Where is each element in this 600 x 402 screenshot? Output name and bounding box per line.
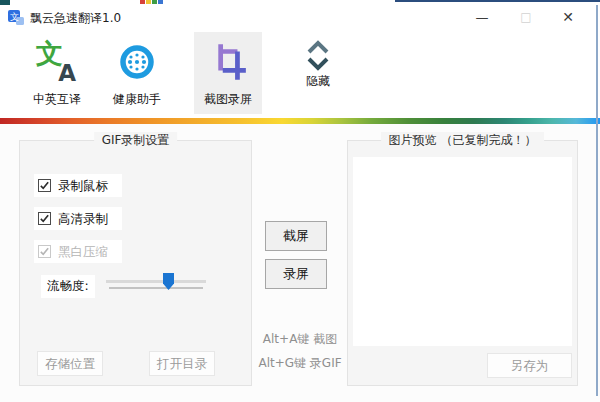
translate-icon: 文 A [35, 39, 79, 85]
background-fragment [158, 0, 163, 4]
background-fragment [152, 0, 157, 4]
background-window-edge [596, 5, 598, 396]
crop-icon [207, 39, 249, 85]
image-preview-area [353, 157, 572, 346]
tab-label: 健康助手 [113, 92, 161, 106]
checkbox-box [38, 212, 51, 225]
save-as-button[interactable]: 另存为 [487, 353, 572, 378]
slider-track-shadow [109, 287, 203, 289]
tab-label: 中英互译 [33, 92, 81, 106]
background-fragment [140, 0, 145, 4]
image-preview-groupbox: 图片预览 （已复制完成！） 另存为 [347, 140, 578, 386]
check-icon [39, 246, 50, 257]
checkbox-bw-compress: 黑白压缩 [34, 240, 122, 263]
slider-track[interactable] [106, 280, 206, 283]
smoothness-label: 流畅度: [41, 275, 95, 298]
tab-label: 隐藏 [306, 74, 330, 88]
check-icon [39, 213, 50, 224]
check-icon [39, 180, 50, 191]
tab-screenshot-record[interactable]: 截图录屏 [194, 32, 262, 114]
hotkey-hint-gif: Alt+G键 录GIF [244, 355, 356, 372]
gif-settings-groupbox: GIF录制设置 录制鼠标 高清录制 [19, 140, 252, 386]
tab-translate[interactable]: 文 A 中英互译 [24, 30, 90, 106]
checkbox-label: 录制鼠标 [58, 178, 108, 193]
app-logo-icon: 文 [8, 9, 24, 25]
tab-label: 截图录屏 [204, 92, 252, 106]
app-window: 文 飘云急速翻译1.0 — □ ✕ 文 A 中英互译 [0, 0, 600, 402]
open-directory-button[interactable]: 打开目录 [149, 351, 215, 376]
close-icon[interactable]: ✕ [548, 5, 588, 30]
checkbox-label: 黑白压缩 [58, 244, 108, 259]
groupbox-title: 图片预览 （已复制完成！） [381, 132, 545, 148]
background-fragment [395, 0, 600, 2]
background-fragment [146, 0, 151, 4]
hide-chevrons-icon [305, 38, 331, 74]
health-icon [116, 39, 158, 85]
checkbox-box [38, 179, 51, 192]
groupbox-title: GIF录制设置 [94, 132, 178, 148]
main-area: GIF录制设置 录制鼠标 高清录制 [0, 124, 600, 402]
record-screen-button[interactable]: 录屏 [265, 259, 327, 289]
svg-text:文: 文 [10, 12, 19, 22]
checkbox-box [38, 245, 51, 258]
maximize-icon[interactable]: □ [506, 5, 546, 30]
checkbox-record-mouse[interactable]: 录制鼠标 [34, 174, 122, 197]
hotkey-hint-screenshot: Alt+A键 截图 [244, 331, 356, 348]
smoothness-slider[interactable] [106, 273, 206, 293]
window-title: 飘云急速翻译1.0 [30, 10, 121, 26]
toolbar: 文 A 中英互译 [0, 30, 600, 118]
title-bar: 文 飘云急速翻译1.0 — □ ✕ [0, 5, 600, 30]
checkbox-label: 高清录制 [58, 211, 108, 226]
tab-health-assistant[interactable]: 健康助手 [104, 30, 170, 106]
minimize-icon[interactable]: — [462, 5, 502, 30]
tab-hide[interactable]: 隐藏 [287, 30, 349, 88]
checkbox-hd-record[interactable]: 高清录制 [34, 207, 122, 230]
screenshot-button[interactable]: 截屏 [265, 221, 327, 251]
translate-icon-glyph: A [58, 60, 76, 86]
storage-location-button[interactable]: 存储位置 [37, 351, 103, 376]
